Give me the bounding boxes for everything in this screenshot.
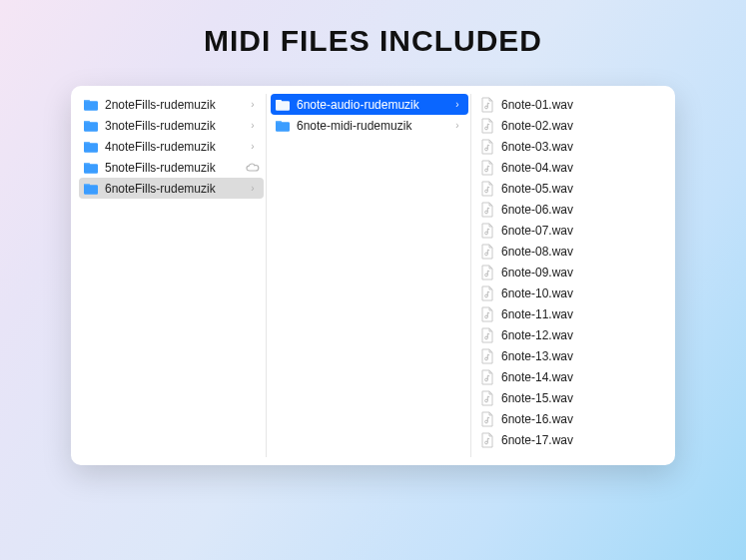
file-row[interactable]: 6note-05.wav	[475, 178, 659, 199]
file-row[interactable]: 6note-17.wav	[475, 429, 659, 450]
audio-file-icon	[479, 306, 495, 322]
finder-column-2: 6note-audio-rudemuzik› 6note-midi-rudemu…	[266, 94, 470, 457]
folder-icon	[83, 139, 99, 155]
file-label: 6note-04.wav	[501, 161, 655, 175]
folder-row[interactable]: 3noteFills-rudemuzik›	[79, 115, 264, 136]
file-row[interactable]: 6note-15.wav	[475, 387, 659, 408]
file-row[interactable]: 6note-06.wav	[475, 199, 659, 220]
chevron-right-icon: ›	[246, 100, 260, 110]
chevron-right-icon: ›	[246, 184, 260, 194]
file-row[interactable]: 6note-13.wav	[475, 345, 659, 366]
audio-file-icon	[479, 265, 495, 280]
file-label: 6note-16.wav	[501, 412, 655, 426]
file-label: 6note-17.wav	[501, 433, 655, 447]
file-label: 6note-12.wav	[501, 328, 655, 342]
file-row[interactable]: 6note-08.wav	[475, 241, 659, 262]
audio-file-icon	[479, 97, 495, 113]
audio-file-icon	[479, 411, 495, 427]
file-label: 6note-15.wav	[501, 391, 655, 405]
file-label: 6note-13.wav	[501, 349, 655, 363]
audio-file-icon	[479, 244, 495, 260]
file-label: 6note-11.wav	[501, 307, 655, 321]
folder-label: 6note-audio-rudemuzik	[297, 98, 450, 112]
chevron-right-icon: ›	[450, 121, 464, 131]
audio-file-icon	[479, 223, 495, 239]
audio-file-icon	[479, 285, 495, 301]
audio-file-icon	[479, 348, 495, 364]
audio-file-icon	[479, 118, 495, 134]
chevron-right-icon: ›	[246, 142, 260, 152]
file-row[interactable]: 6note-07.wav	[475, 220, 659, 241]
file-row[interactable]: 6note-03.wav	[475, 136, 659, 157]
folder-icon	[83, 118, 99, 134]
file-label: 6note-02.wav	[501, 119, 655, 133]
folder-row[interactable]: 6note-audio-rudemuzik›	[271, 94, 468, 115]
folder-label: 5noteFills-rudemuzik	[105, 161, 246, 175]
file-label: 6note-06.wav	[501, 203, 655, 217]
audio-file-icon	[479, 181, 495, 197]
audio-file-icon	[479, 160, 495, 176]
chevron-right-icon: ›	[450, 100, 464, 110]
file-row[interactable]: 6note-16.wav	[475, 408, 659, 429]
file-label: 6note-14.wav	[501, 370, 655, 384]
finder-column-3: 6note-01.wav 6note-02.wav 6note-03.wav 6…	[470, 94, 665, 457]
page-title: MIDI FILES INCLUDED	[204, 24, 542, 58]
folder-icon	[275, 97, 291, 113]
file-row[interactable]: 6note-02.wav	[475, 115, 659, 136]
folder-row[interactable]: 6noteFills-rudemuzik›	[79, 178, 264, 199]
folder-label: 3noteFills-rudemuzik	[105, 119, 246, 133]
file-label: 6note-09.wav	[501, 266, 655, 280]
file-label: 6note-07.wav	[501, 224, 655, 238]
file-row[interactable]: 6note-11.wav	[475, 303, 659, 324]
audio-file-icon	[479, 202, 495, 218]
finder-window: 2noteFills-rudemuzik› 3noteFills-rudemuz…	[71, 86, 675, 465]
file-label: 6note-05.wav	[501, 182, 655, 196]
file-row[interactable]: 6note-01.wav	[475, 94, 659, 115]
file-label: 6note-08.wav	[501, 245, 655, 259]
folder-row[interactable]: 6note-midi-rudemuzik›	[271, 115, 468, 136]
file-row[interactable]: 6note-04.wav	[475, 157, 659, 178]
folder-icon	[83, 97, 99, 113]
audio-file-icon	[479, 327, 495, 343]
file-row[interactable]: 6note-12.wav	[475, 324, 659, 345]
file-row[interactable]: 6note-10.wav	[475, 282, 659, 303]
audio-file-icon	[479, 139, 495, 155]
file-row[interactable]: 6note-14.wav	[475, 366, 659, 387]
folder-icon	[83, 160, 99, 176]
folder-label: 6noteFills-rudemuzik	[105, 182, 246, 196]
finder-column-1: 2noteFills-rudemuzik› 3noteFills-rudemuz…	[71, 94, 266, 457]
file-label: 6note-01.wav	[501, 98, 655, 112]
folder-row[interactable]: 2noteFills-rudemuzik›	[79, 94, 264, 115]
folder-label: 2noteFills-rudemuzik	[105, 98, 246, 112]
audio-file-icon	[479, 432, 495, 448]
folder-row[interactable]: 5noteFills-rudemuzik	[79, 157, 264, 178]
folder-label: 4noteFills-rudemuzik	[105, 140, 246, 154]
audio-file-icon	[479, 390, 495, 406]
folder-icon	[275, 118, 291, 134]
folder-icon	[83, 181, 99, 197]
file-label: 6note-10.wav	[501, 286, 655, 300]
cloud-icon	[246, 163, 260, 173]
folder-row[interactable]: 4noteFills-rudemuzik›	[79, 136, 264, 157]
folder-label: 6note-midi-rudemuzik	[297, 119, 450, 133]
file-label: 6note-03.wav	[501, 140, 655, 154]
chevron-right-icon: ›	[246, 121, 260, 131]
file-row[interactable]: 6note-09.wav	[475, 262, 659, 282]
audio-file-icon	[479, 369, 495, 385]
